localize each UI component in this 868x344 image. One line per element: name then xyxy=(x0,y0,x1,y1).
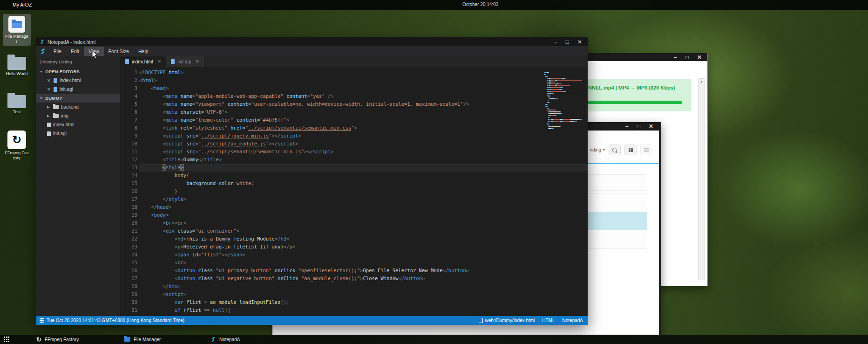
code-line[interactable]: <meta charset="UTF-8"> xyxy=(139,108,588,116)
code-line[interactable]: <button class="ui primary button" onclic… xyxy=(139,267,588,275)
code-line[interactable]: <style> xyxy=(139,164,588,172)
code-line[interactable]: <h3>This is a Dummy Testing Module</h3> xyxy=(139,235,588,243)
tree-item-init.agi[interactable]: init.agi xyxy=(36,129,120,138)
code-line[interactable]: </head> xyxy=(139,203,588,211)
minimize-button[interactable]: – xyxy=(674,55,677,60)
code-line[interactable]: <html> xyxy=(139,76,588,84)
minimap-line xyxy=(544,81,583,82)
code-line[interactable]: if (flist == null){ xyxy=(139,306,588,314)
code-line[interactable]: <span id="flist"></span> xyxy=(139,251,588,259)
code-line[interactable]: <br><br> xyxy=(139,219,588,227)
code-line[interactable]: <script src="../script/semantic/semantic… xyxy=(139,148,588,156)
code-line[interactable]: <title>Dummy</title> xyxy=(139,156,588,164)
close-file-icon[interactable]: ✕ xyxy=(47,78,51,83)
code-area[interactable]: 1234567891011121314151617181920212223242… xyxy=(121,67,588,316)
menu-item-file[interactable]: File xyxy=(49,47,66,56)
tree-item-img[interactable]: ▶img xyxy=(36,111,120,120)
code-line[interactable]: <body> xyxy=(139,211,588,219)
line-number: 30 xyxy=(121,298,139,306)
code-line[interactable]: <!DOCTYPE html> xyxy=(139,69,588,76)
maximize-button[interactable]: □ xyxy=(637,124,640,129)
menu-item-help[interactable]: Help xyxy=(134,47,153,56)
code-line[interactable]: } xyxy=(139,187,588,195)
notepada-menubar: FileEditViewFont SizeHelp xyxy=(36,46,588,56)
minimize-button[interactable]: – xyxy=(554,39,557,45)
tab-index.html[interactable]: index.html✕ xyxy=(121,56,166,67)
maximize-button[interactable]: □ xyxy=(685,55,689,60)
menu-item-edit[interactable]: Edit xyxy=(66,47,84,56)
tree-item-label: img xyxy=(61,113,68,118)
sidebar-header: Directory Listing xyxy=(36,56,120,67)
close-file-icon[interactable]: ✕ xyxy=(47,87,51,92)
code-line[interactable]: <button class="ui negative button" onCli… xyxy=(139,275,588,282)
line-number: 8 xyxy=(121,124,139,132)
close-button[interactable]: ✕ xyxy=(577,39,582,45)
code-line[interactable]: <link rel="stylesheet" href="../script/s… xyxy=(139,124,588,132)
tree-item-label: index.html xyxy=(60,78,81,83)
grid-view-button[interactable] xyxy=(624,144,637,155)
minimap[interactable] xyxy=(544,69,583,127)
tree-item-init.agi[interactable]: ✕init.agi xyxy=(36,85,120,94)
line-number: 12 xyxy=(121,156,139,164)
taskbar-item-ffmpeg-factory[interactable]: ↻FFmpeg Factory xyxy=(36,335,79,344)
close-tab-icon[interactable]: ✕ xyxy=(158,59,162,64)
line-number: 4 xyxy=(121,92,139,100)
chevron-right-icon[interactable]: ▶ xyxy=(47,114,51,118)
code-lines[interactable]: <!DOCTYPE html><html> <head> <meta name=… xyxy=(139,69,588,316)
window-title: NotepadA - index.html xyxy=(47,39,554,45)
tree-item-index.html[interactable]: ✕index.html xyxy=(36,76,120,85)
minimize-button[interactable]: – xyxy=(625,124,629,129)
tree-item-index.html[interactable]: index.html xyxy=(36,120,120,129)
ffmpeg-scrollbar[interactable]: ▲ xyxy=(698,78,705,280)
code-line[interactable]: <br> xyxy=(139,259,588,267)
list-view-button[interactable] xyxy=(640,144,652,155)
sort-dropdown[interactable]: nding ▾ xyxy=(590,147,605,152)
notepada-window[interactable]: NotepadA - index.html –□✕ FileEditViewFo… xyxy=(36,37,588,325)
code-line[interactable]: </style> xyxy=(139,195,588,203)
app-launcher-button[interactable] xyxy=(4,337,9,342)
code-line[interactable]: var flist = ao_module_loadInputFiles(); xyxy=(139,298,588,306)
desktop-icon-test[interactable]: Test xyxy=(3,95,31,115)
code-line[interactable]: <head> xyxy=(139,84,588,92)
minimap-line xyxy=(544,94,583,95)
code-line[interactable]: <script> xyxy=(139,290,588,298)
tree-section-dummy[interactable]: ▼DUMMY xyxy=(36,94,120,103)
desktop-icon-label: Hello World xyxy=(3,71,31,76)
code-line[interactable]: <meta name="viewport" content="user-scal… xyxy=(139,100,588,108)
desktop-icon-ffmpeg-factory[interactable]: ↻FFmpeg Factory xyxy=(3,131,31,161)
tree-item-backend[interactable]: ▶backend xyxy=(36,103,120,111)
taskbar-item-file-manager[interactable]: File Manager xyxy=(124,335,161,344)
tree-section-open-editors[interactable]: ▼OPEN EDITORS xyxy=(36,67,120,76)
status-file: web:/Dummy/index.html xyxy=(479,318,535,323)
code-line[interactable]: <meta name="apple-mobile-web-app-capable… xyxy=(139,92,588,100)
taskbar-item-label: File Manager xyxy=(134,337,161,342)
desktop-icon-hello-world[interactable]: Hello World xyxy=(3,57,31,76)
maximize-button[interactable]: □ xyxy=(566,39,569,45)
tab-init.agi[interactable]: init.agi✕ xyxy=(166,56,204,67)
code-line[interactable]: body{ xyxy=(139,172,588,179)
editor-pane: index.html✕init.agi✕ 1234567891011121314… xyxy=(121,56,588,316)
search-button[interactable] xyxy=(609,144,621,155)
close-button[interactable]: ✕ xyxy=(697,55,702,60)
menu-item-view[interactable]: View xyxy=(84,47,104,56)
minimap-line xyxy=(544,96,583,96)
line-number: 3 xyxy=(121,84,139,92)
scroll-up-icon[interactable]: ▲ xyxy=(698,80,704,83)
chevron-right-icon[interactable]: ▶ xyxy=(47,105,51,109)
code-line[interactable]: <div class="ui container"> xyxy=(139,227,588,235)
code-line[interactable]: <script src="../script/ao_module.js"></s… xyxy=(139,140,588,148)
close-tab-icon[interactable]: ✕ xyxy=(196,59,199,64)
code-line[interactable]: background-color:white; xyxy=(139,179,588,187)
blue-folder-icon xyxy=(8,16,25,33)
code-line[interactable]: <p>Received drag-in filelist (if any)</p… xyxy=(139,243,588,251)
line-number: 29 xyxy=(121,290,139,298)
code-line[interactable]: <script src="../script/jquery.min.js"></… xyxy=(139,132,588,140)
notepada-titlebar[interactable]: NotepadA - index.html –□✕ xyxy=(36,37,588,46)
desktop-icon-file-manager[interactable]: File Manager xyxy=(3,14,31,46)
menu-item-font-size[interactable]: Font Size xyxy=(104,47,134,56)
code-line[interactable]: <meta name="theme-color" content="#4b75f… xyxy=(139,116,588,124)
code-line[interactable]: </div> xyxy=(139,282,588,290)
close-button[interactable]: ✕ xyxy=(649,124,653,129)
aroz-start-menu[interactable]: My ArOZ xyxy=(13,2,32,7)
taskbar-item-notepada[interactable]: NotepadA xyxy=(210,335,240,344)
